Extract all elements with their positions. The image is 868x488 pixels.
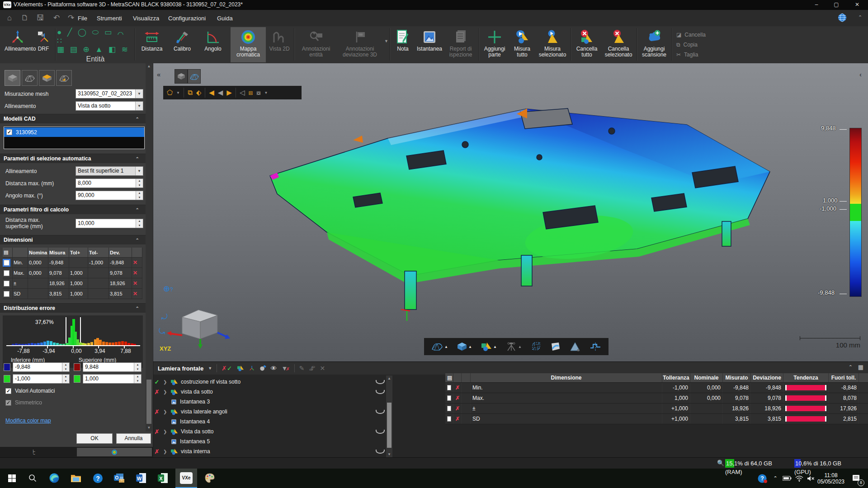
help-app-icon[interactable]: ? (90, 471, 105, 485)
expand-chevron-icon[interactable]: ❯ (163, 389, 168, 394)
delete-row-icon[interactable]: ✕ (132, 289, 142, 299)
annulla-button[interactable]: Annulla (116, 433, 151, 444)
spinner-buttons[interactable]: ▲▼ (62, 363, 69, 371)
tree-item[interactable]: ✓ ❯ costruzione rif vista sotto (153, 377, 386, 387)
table-row[interactable]: Min. 0,000 -9,848 -1,000 -9,848 ✕ (3, 258, 142, 268)
table-row[interactable]: ± 18,926 1,000 18,926 ✕ (3, 278, 142, 289)
limit-high-input[interactable]: 1,000 ▲▼ (83, 374, 142, 384)
expand-chevron-icon[interactable]: ❯ (163, 380, 168, 385)
delete-row-icon[interactable]: ✕ (132, 278, 142, 288)
color-low-swatch[interactable] (4, 375, 10, 383)
angolo-button[interactable]: Angolo (199, 27, 227, 62)
menu-configurazioni[interactable]: Configurazioni (165, 14, 208, 23)
home-icon[interactable]: ⌂ (4, 13, 15, 23)
taglia-button[interactable]: ✂ Taglia (676, 50, 706, 60)
caret-up-icon[interactable]: ▲ (518, 345, 522, 349)
collapse-icon[interactable]: ⌃ (136, 304, 139, 313)
vxelements-taskbar-active[interactable]: VXe (175, 469, 197, 488)
annotazioni-entita-button[interactable]: Annotazioni entità (297, 27, 335, 62)
spinner-buttons[interactable]: ▲▼ (134, 363, 141, 371)
allineamento-button[interactable]: Allineamento (4, 27, 32, 62)
expand-chevron-icon[interactable]: ❯ (163, 429, 168, 434)
edge-browser-icon[interactable] (47, 471, 61, 485)
excel-icon[interactable]: X (156, 471, 170, 485)
tree-item[interactable]: Istantanea 4 (153, 417, 386, 427)
collapse-arc-icon[interactable] (376, 430, 385, 434)
spinner-buttons[interactable]: ▲▼ (136, 219, 143, 228)
view-mode-mesh-color-button[interactable] (56, 70, 72, 86)
table-row[interactable]: SD 3,815 1,000 3,815 ✕ (3, 289, 142, 299)
start-button[interactable] (5, 471, 19, 485)
outlook-icon[interactable]: O (112, 471, 127, 485)
row-checkbox[interactable] (447, 395, 451, 401)
visibility-eye-icon[interactable]: 👁 (271, 365, 277, 372)
limit-min-input[interactable]: -9,848 ▲▼ (13, 362, 70, 372)
collapse-icon[interactable]: ⌃ (136, 235, 139, 245)
distanza-button[interactable]: Distanza (138, 27, 166, 62)
delete-row-icon[interactable]: ✕ (132, 258, 142, 267)
cancella-selezionato-button[interactable]: Cancella selezionato (602, 27, 635, 62)
collapse-arc-icon[interactable] (376, 390, 385, 394)
viewport-3d[interactable]: « ‹ ⬠ ▼ ⧉ ⬖ ◀ ◀ ▶ ◁ ⧈ ⧇ ▼ (153, 63, 868, 361)
istantanea-button[interactable]: Istantanea (415, 27, 444, 62)
modelli-cad-section-header[interactable]: Modelli CAD⌃ (0, 114, 146, 123)
spinner-buttons[interactable]: ▲▼ (136, 179, 143, 188)
limit-low-input[interactable]: -1,000 ▲▼ (13, 374, 70, 384)
mappa-cromatica-button[interactable]: Mappa cromatica (231, 27, 266, 62)
dimensioni-section-header[interactable]: Dimensioni⌃ (0, 235, 146, 244)
annotation-dropdown-icon[interactable]: ▼ (384, 39, 388, 43)
chevron-down-icon[interactable]: ▼ (135, 89, 143, 98)
scrollbar-thumb[interactable] (146, 380, 151, 424)
scrollbar-thumb[interactable] (387, 403, 392, 448)
table-row[interactable]: ✗ SD +1,000 3,815 3,815 2,815 (445, 414, 868, 424)
wireframe-cube-button[interactable] (531, 342, 541, 352)
limit-max-input[interactable]: 9,848 ▲▼ (83, 362, 142, 372)
zoom-magnifier-icon[interactable]: 🔍 (717, 460, 724, 466)
menu-strumenti[interactable]: Strumenti (94, 14, 125, 23)
taskbar-search-icon[interactable] (25, 471, 40, 485)
cad-display-button[interactable]: ▲ (457, 342, 472, 351)
scanner-display-button[interactable]: ▲ (506, 342, 522, 352)
new-file-icon[interactable]: 🗋 (19, 13, 31, 23)
menu-visualizza[interactable]: Visualizza (130, 14, 162, 23)
close-button[interactable]: ✕ (849, 0, 865, 10)
clipping-plane-button[interactable] (550, 342, 561, 352)
aggiungi-scansione-button[interactable]: Aggiungi scansione (639, 27, 669, 62)
toggle-pass-fail-icon[interactable]: ✗✓ (222, 365, 232, 372)
spinner-buttons[interactable]: ▲▼ (134, 375, 141, 383)
tree-structure-icon[interactable]: ⊦̱ (33, 448, 36, 455)
brush-icon[interactable] (259, 365, 266, 371)
misura-tutto-button[interactable]: Misura tutto (510, 27, 534, 62)
entities-display-button[interactable]: ▲ (481, 342, 497, 352)
bestfit-select[interactable]: Best fit superficie 1▼ (75, 166, 143, 176)
tray-chevron-up-icon[interactable]: ⌃ (770, 469, 780, 488)
entity-icons-row1[interactable]: ● ╱ ◯ ⬭ ▭ ⌒ ∷ (57, 28, 134, 45)
filter-clear-icon[interactable]: ▼✗ (282, 365, 290, 372)
sheet-selector[interactable]: Lamiera frontale (158, 365, 203, 372)
valori-automatici-checkbox[interactable]: ✓ (5, 388, 11, 394)
collapse-icon[interactable]: ⌃ (136, 114, 139, 124)
report-button[interactable]: Report di ispezione (446, 27, 476, 62)
misurazione-mesh-select[interactable]: 3130952_07_02_2023▼ (75, 89, 143, 99)
tree-item[interactable]: Istantanea 5 (153, 436, 386, 446)
allineamento-select[interactable]: Vista da sotto▼ (75, 101, 143, 111)
tree-item[interactable]: ✗ ❯ vista laterale angoli (153, 407, 386, 417)
color-high-swatch[interactable] (74, 375, 80, 383)
misura-selezionato-button[interactable]: Misura selezionato (536, 27, 569, 62)
row-checkbox[interactable] (4, 270, 9, 276)
caret-up-icon[interactable]: ▲ (444, 345, 448, 349)
view-mode-solid-color-button[interactable] (39, 70, 55, 86)
word-icon[interactable]: W (134, 471, 148, 485)
tree-item[interactable]: ✗ ❯ vista interna (153, 446, 386, 456)
expand-chevron-icon[interactable]: ❯ (163, 449, 168, 454)
entity-icons-row2[interactable]: ▦ ▤ ⊕ ▲ ◧ ≋ (57, 45, 134, 54)
angolo-max-input[interactable]: 90,000 ▲▼ (75, 191, 143, 200)
tree-scrollbar[interactable]: ▲ ▼ (386, 375, 392, 458)
cancella-tutto-button[interactable]: Cancella tutto (573, 27, 600, 62)
cad-model-row[interactable]: ✓ 3130952 (4, 127, 144, 137)
paint-icon[interactable] (203, 471, 217, 485)
chevron-down-icon[interactable]: ▼ (135, 102, 143, 110)
chevron-down-icon[interactable]: ▼ (208, 366, 212, 371)
save-icon[interactable]: 🖫 (34, 13, 46, 23)
menu-guida[interactable]: Guida (214, 14, 236, 23)
